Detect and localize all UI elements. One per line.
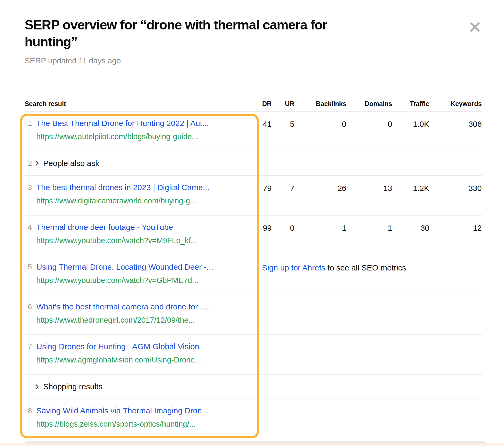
table-header-row: Search result DR UR Backlinks Domains Tr… <box>25 100 482 112</box>
signup-rest-text: to see all SEO metrics <box>325 263 406 272</box>
serp-result-row: 5Using Thermal Drone. Locating Wounded D… <box>25 255 482 295</box>
col-header-domains: Domains <box>346 100 392 108</box>
result-rank: 8 <box>28 405 34 417</box>
metric-keywords <box>429 399 482 439</box>
result-title-link[interactable]: What's the best thermal camera and drone… <box>36 302 211 311</box>
result-rank: 3 <box>28 181 34 194</box>
serp-result-row: 4Thermal drone deer footage - YouTubehtt… <box>25 216 482 255</box>
result-url: https://www.thedronegirl.com/2017/12/09/… <box>36 314 211 326</box>
result-rank: 2 <box>28 157 34 169</box>
result-title-link[interactable]: The Best Thermal Drone for Hunting 2022 … <box>36 119 209 128</box>
metric-traffic: 30 <box>392 216 429 255</box>
expandable-feature[interactable]: Shopping results <box>25 375 259 399</box>
serp-overview-modal: SERP overview for “drone with thermal ca… <box>0 0 504 446</box>
modal-header: SERP overview for “drone with thermal ca… <box>0 0 504 65</box>
result-title-link[interactable]: Saving Wild Animals via Thermal Imaging … <box>36 406 209 415</box>
serp-result-row: 6What's the best thermal camera and dron… <box>25 295 482 335</box>
result-url: https://www.youtube.com/watch?v=M9FLo_kf… <box>36 234 197 247</box>
metric-domains: 13 <box>346 176 392 215</box>
result-text: What's the best thermal camera and drone… <box>36 301 211 326</box>
result-cell: 8Saving Wild Animals via Thermal Imaging… <box>25 399 259 439</box>
result-cell: 4Thermal drone deer footage - YouTubehtt… <box>25 216 259 255</box>
result-url: https://www.agmglobalvision.com/Using-Dr… <box>36 354 201 366</box>
col-header-traffic: Traffic <box>392 100 429 108</box>
serp-feature-row: 2People also ask <box>25 151 482 176</box>
result-url: https://www.digitalcameraworld.com/buyin… <box>36 195 209 207</box>
serp-result-row: 1The Best Thermal Drone for Hunting 2022… <box>25 112 482 151</box>
metric-domains <box>346 399 392 439</box>
serp-result-row: 8Saving Wild Animals via Thermal Imaging… <box>25 399 482 439</box>
close-icon <box>467 20 482 34</box>
result-rank: 5 <box>28 261 34 273</box>
result-cell: 6What's the best thermal camera and dron… <box>25 295 259 334</box>
table-body: 1The Best Thermal Drone for Hunting 2022… <box>25 112 482 439</box>
metric-dr: 79 <box>259 176 272 215</box>
horizontal-scrollbar[interactable] <box>25 441 485 443</box>
metric-backlinks <box>294 399 346 439</box>
col-header-dr: DR <box>259 100 272 108</box>
result-title-link[interactable]: The best thermal drones in 2023 | Digita… <box>36 183 209 192</box>
metric-keywords: 306 <box>429 112 482 151</box>
close-button[interactable] <box>467 20 482 34</box>
result-text: Saving Wild Animals via Thermal Imaging … <box>36 405 209 430</box>
metric-ur <box>272 295 294 334</box>
metric-dr <box>259 335 272 374</box>
result-rank: 7 <box>28 340 34 353</box>
result-cell: 1The Best Thermal Drone for Hunting 2022… <box>25 112 259 151</box>
result-cell: 7Using Drones for Hunting - AGM Global V… <box>25 335 259 374</box>
signup-link[interactable]: Sign up for Ahrefs <box>262 263 325 272</box>
metric-traffic: 1.2K <box>392 176 429 215</box>
metric-traffic <box>392 335 429 374</box>
bottom-peach-strip <box>0 443 504 446</box>
chevron-right-icon <box>34 384 40 390</box>
metric-domains <box>346 335 392 374</box>
metric-domains: 1 <box>346 216 392 255</box>
metric-dr: 41 <box>259 112 272 151</box>
result-text: Using Drones for Hunting - AGM Global Vi… <box>36 340 201 366</box>
serp-feature-row: Shopping results <box>25 375 482 399</box>
feature-label: People also ask <box>43 159 99 168</box>
metric-ur <box>272 335 294 374</box>
serp-result-row: 3The best thermal drones in 2023 | Digit… <box>25 176 482 216</box>
result-text: Using Thermal Drone. Locating Wounded De… <box>36 261 213 286</box>
col-header-keywords: Keywords <box>429 100 482 108</box>
metric-backlinks: 1 <box>294 216 346 255</box>
metric-dr <box>259 295 272 334</box>
metric-traffic <box>392 295 429 334</box>
page-title-line1: SERP overview for “drone with thermal ca… <box>25 16 472 33</box>
metric-keywords <box>429 295 482 334</box>
result-cell: 3The best thermal drones in 2023 | Digit… <box>25 176 259 215</box>
col-header-ur: UR <box>272 100 294 108</box>
metric-domains <box>346 295 392 334</box>
result-text: Thermal drone deer footage - YouTubehttp… <box>36 221 197 247</box>
result-title-link[interactable]: Using Thermal Drone. Locating Wounded De… <box>36 263 213 271</box>
serp-result-row: 7Using Drones for Hunting - AGM Global V… <box>25 335 482 375</box>
result-rank: 4 <box>28 221 34 233</box>
serp-updated-status: SERP updated 11 days ago <box>25 56 472 65</box>
result-url: https://www.autelpilot.com/blogs/buying-… <box>36 130 209 143</box>
metric-ur: 0 <box>272 216 294 255</box>
result-title-link[interactable]: Using Drones for Hunting - AGM Global Vi… <box>36 342 199 351</box>
result-rank: 1 <box>28 117 34 129</box>
result-cell: 5Using Thermal Drone. Locating Wounded D… <box>25 255 259 295</box>
metric-backlinks: 0 <box>294 112 346 151</box>
page-title-line2: hunting” <box>25 33 472 50</box>
chevron-right-icon <box>34 160 40 166</box>
metric-dr: 99 <box>259 216 272 255</box>
page-title: SERP overview for “drone with thermal ca… <box>25 16 472 50</box>
metric-backlinks: 26 <box>294 176 346 215</box>
result-title-link[interactable]: Thermal drone deer footage - YouTube <box>36 223 173 231</box>
metric-ur <box>272 399 294 439</box>
col-header-search-result: Search result <box>25 100 259 108</box>
feature-label: Shopping results <box>43 382 102 391</box>
serp-results-table: Search result DR UR Backlinks Domains Tr… <box>25 100 482 439</box>
expandable-feature[interactable]: 2People also ask <box>25 151 259 175</box>
metric-ur: 5 <box>272 112 294 151</box>
result-url: https://blogs.zeiss.com/sports-optics/hu… <box>36 418 209 430</box>
metric-keywords: 12 <box>429 216 482 255</box>
result-rank: 6 <box>28 301 34 313</box>
metric-backlinks <box>294 335 346 374</box>
metric-traffic <box>392 399 429 439</box>
metric-backlinks <box>294 295 346 334</box>
metric-ur: 7 <box>272 176 294 215</box>
